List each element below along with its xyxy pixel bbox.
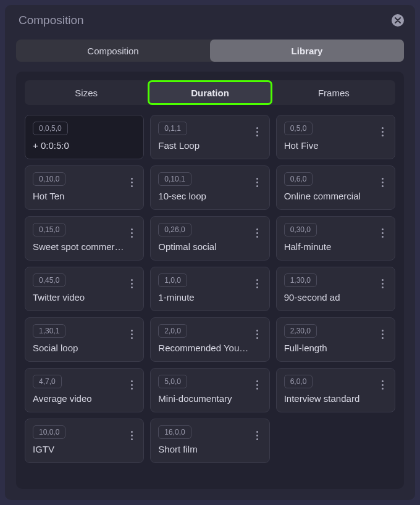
more-menu-icon[interactable] bbox=[252, 377, 263, 392]
preset-tag: 5,0,0 bbox=[158, 375, 187, 388]
more-menu-icon[interactable] bbox=[377, 225, 388, 240]
more-menu-icon[interactable] bbox=[252, 428, 263, 443]
preset-card[interactable]: 0,10,0Hot Ten bbox=[25, 165, 144, 210]
preset-label: Twitter video bbox=[33, 292, 125, 303]
preset-card[interactable]: 4,7,0Average video bbox=[25, 368, 144, 412]
preset-card[interactable]: 0,6,0Online commercial bbox=[276, 165, 395, 210]
preset-label: Social loop bbox=[33, 343, 125, 353]
preset-label: Hot Five bbox=[284, 140, 377, 151]
preset-card[interactable]: 5,0,0Mini-documentary bbox=[150, 368, 269, 412]
preset-label: Mini-documentary bbox=[158, 393, 251, 404]
preset-label: Average video bbox=[33, 393, 125, 404]
preset-label: Short film bbox=[158, 444, 251, 454]
preset-card[interactable]: 0,45,0Twitter video bbox=[25, 267, 144, 311]
more-menu-icon[interactable] bbox=[252, 124, 263, 139]
preset-label: + 0:0:5:0 bbox=[33, 140, 125, 151]
preset-tag: 2,0,0 bbox=[158, 324, 187, 338]
preset-tag: 6,0,0 bbox=[284, 375, 313, 388]
preset-card[interactable]: 6,0,0Interview standard bbox=[276, 368, 395, 412]
preset-label: 90-second ad bbox=[284, 292, 377, 303]
more-menu-icon[interactable] bbox=[377, 175, 388, 190]
preset-tag: 16,0,0 bbox=[158, 425, 191, 439]
more-menu-icon[interactable] bbox=[252, 175, 263, 190]
preset-label: IGTV bbox=[33, 444, 125, 454]
preset-card[interactable]: 0,10,110-sec loop bbox=[150, 165, 269, 210]
tab-composition[interactable]: Composition bbox=[16, 40, 210, 62]
preset-card[interactable]: 1,30,090-second ad bbox=[276, 267, 395, 311]
more-menu-icon[interactable] bbox=[126, 327, 137, 341]
preset-tag: 1,0,0 bbox=[158, 273, 187, 287]
preset-label: Half-minute bbox=[284, 241, 377, 252]
preset-label: Hot Ten bbox=[33, 191, 125, 201]
more-menu-icon[interactable] bbox=[126, 377, 137, 392]
preset-card[interactable]: 2,0,0Recommended YouTube bbox=[150, 317, 269, 362]
preset-tag: 10,0,0 bbox=[33, 425, 65, 439]
panel-header: Composition bbox=[5, 5, 415, 33]
tab-library[interactable]: Library bbox=[210, 40, 404, 62]
close-button[interactable] bbox=[392, 14, 404, 27]
preset-card[interactable]: 10,0,0IGTV bbox=[25, 419, 144, 463]
sub-tabs: Sizes Duration Frames bbox=[25, 80, 395, 105]
preset-label: Full-length bbox=[284, 343, 377, 353]
preset-label: Recommended YouTube bbox=[158, 343, 251, 353]
preset-card[interactable]: 16,0,0Short film bbox=[150, 419, 269, 463]
preset-card[interactable]: 0,0,5,0+ 0:0:5:0 bbox=[25, 115, 144, 159]
preset-tag: 0,6,0 bbox=[284, 172, 313, 186]
preset-tag: 0,5,0 bbox=[284, 122, 313, 135]
more-menu-icon[interactable] bbox=[252, 276, 263, 291]
preset-label: Fast Loop bbox=[158, 140, 251, 151]
preset-tag: 0,30,0 bbox=[284, 223, 317, 236]
more-menu-icon[interactable] bbox=[377, 377, 388, 392]
preset-label: Optimal social bbox=[158, 241, 251, 252]
preset-card[interactable]: 0,26,0Optimal social bbox=[150, 216, 269, 261]
preset-label: Sweet spot commercial bbox=[33, 241, 125, 252]
preset-tag: 2,30,0 bbox=[284, 324, 317, 338]
preset-tag: 1,30,0 bbox=[284, 273, 317, 287]
preset-tag: 0,26,0 bbox=[158, 223, 191, 236]
preset-tag: 0,0,5,0 bbox=[33, 122, 68, 135]
close-icon bbox=[395, 17, 401, 23]
preset-card[interactable]: 0,30,0Half-minute bbox=[276, 216, 395, 261]
preset-label: 10-sec loop bbox=[158, 191, 251, 201]
more-menu-icon[interactable] bbox=[126, 276, 137, 291]
preset-tag: 0,1,1 bbox=[158, 122, 187, 135]
more-menu-icon[interactable] bbox=[252, 327, 263, 341]
preset-tag: 0,15,0 bbox=[33, 223, 65, 236]
preset-card[interactable]: 1,0,01-minute bbox=[150, 267, 269, 311]
preset-tag: 4,7,0 bbox=[33, 375, 62, 388]
subtab-sizes[interactable]: Sizes bbox=[26, 81, 146, 104]
preset-grid: 0,0,5,0+ 0:0:5:00,1,1Fast Loop0,5,0Hot F… bbox=[25, 115, 395, 463]
more-menu-icon[interactable] bbox=[126, 175, 137, 190]
preset-card[interactable]: 2,30,0Full-length bbox=[276, 317, 395, 362]
preset-tag: 0,10,0 bbox=[33, 172, 65, 186]
more-menu-icon[interactable] bbox=[126, 225, 137, 240]
preset-label: Interview standard bbox=[284, 393, 377, 404]
preset-card[interactable]: 0,15,0Sweet spot commercial bbox=[25, 216, 144, 261]
more-menu-icon[interactable] bbox=[377, 327, 388, 341]
more-menu-icon[interactable] bbox=[126, 428, 137, 443]
preset-tag: 0,10,1 bbox=[158, 172, 191, 186]
preset-label: Online commercial bbox=[284, 191, 377, 201]
preset-card[interactable]: 0,1,1Fast Loop bbox=[150, 115, 269, 159]
preset-tag: 0,45,0 bbox=[33, 273, 65, 287]
subtab-frames[interactable]: Frames bbox=[274, 81, 394, 104]
preset-card[interactable]: 1,30,1Social loop bbox=[25, 317, 144, 362]
library-content: Sizes Duration Frames 0,0,5,0+ 0:0:5:00,… bbox=[16, 72, 404, 489]
more-menu-icon[interactable] bbox=[252, 225, 263, 240]
more-menu-icon[interactable] bbox=[377, 124, 388, 139]
more-menu-icon[interactable] bbox=[377, 276, 388, 291]
composition-panel: Composition Composition Library Sizes Du… bbox=[5, 5, 415, 500]
panel-title: Composition bbox=[19, 14, 84, 27]
subtab-duration[interactable]: Duration bbox=[148, 80, 272, 105]
preset-card[interactable]: 0,5,0Hot Five bbox=[276, 115, 395, 159]
main-tabs: Composition Library bbox=[16, 40, 404, 62]
preset-tag: 1,30,1 bbox=[33, 324, 65, 338]
preset-label: 1-minute bbox=[158, 292, 251, 303]
